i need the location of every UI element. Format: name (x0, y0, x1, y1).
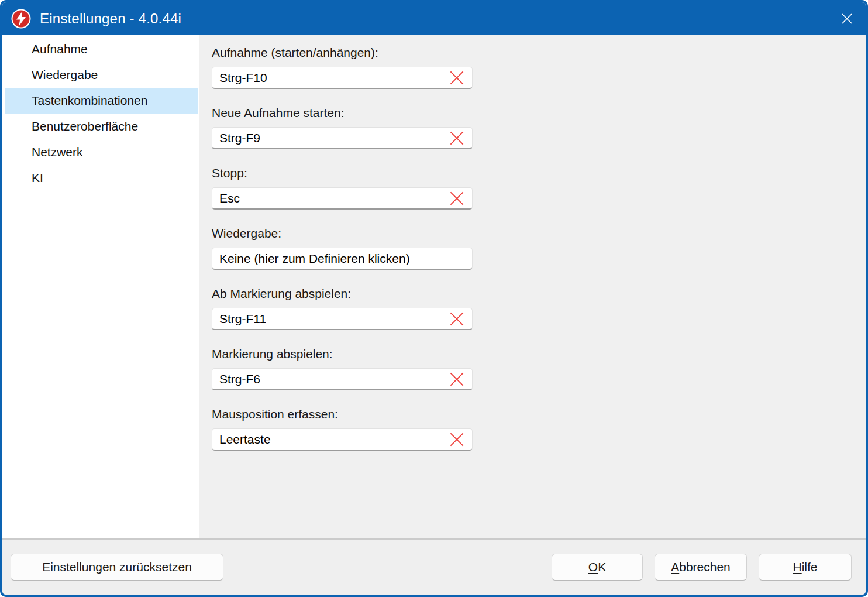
hotkey-field-capture-mouse-position[interactable]: Leertaste (212, 428, 473, 451)
hotkey-value: Strg-F10 (219, 71, 446, 85)
field-group-play-marker: Markierung abspielen: Strg-F6 (212, 347, 866, 390)
hotkey-value: Strg-F9 (219, 131, 446, 145)
titlebar: Einstellungen - 4.0.44i (2, 2, 866, 35)
field-group-playback: Wiedergabe: Keine (hier zum Definieren k… (212, 227, 866, 270)
field-label: Neue Aufnahme starten: (212, 106, 866, 120)
app-lightning-icon (11, 8, 32, 29)
sidebar-item-tastenkombinationen[interactable]: Tastenkombinationen (5, 88, 198, 114)
hotkey-value: Strg-F6 (219, 372, 446, 386)
field-group-play-from-marker: Ab Markierung abspielen: Strg-F11 (212, 287, 866, 330)
close-icon (840, 12, 854, 26)
field-group-capture-mouse-position: Mausposition erfassen: Leertaste (212, 407, 866, 451)
sidebar-item-aufnahme[interactable]: Aufnahme (5, 36, 198, 62)
cancel-button[interactable]: Abbrechen (655, 554, 747, 581)
clear-x-icon (448, 129, 466, 147)
clear-x-icon (448, 370, 466, 388)
hotkey-value: Strg-F11 (219, 312, 446, 326)
hotkey-field-record-start-append[interactable]: Strg-F10 (212, 67, 473, 89)
field-label: Mausposition erfassen: (212, 407, 866, 421)
clear-hotkey-button[interactable] (446, 68, 467, 88)
hotkeys-panel: Aufnahme (starten/anhängen): Strg-F10 Ne… (199, 35, 866, 538)
sidebar-item-netzwerk[interactable]: Netzwerk (5, 139, 198, 165)
field-label: Markierung abspielen: (212, 347, 866, 361)
sidebar-item-ki[interactable]: KI (5, 165, 198, 191)
footer-right-buttons: OK Abbrechen Hilfe (552, 554, 852, 581)
dialog-body: Aufnahme Wiedergabe Tastenkombinationen … (2, 35, 866, 538)
hotkey-field-playback[interactable]: Keine (hier zum Definieren klicken) (212, 248, 473, 270)
help-button[interactable]: Hilfe (759, 554, 852, 581)
hotkey-field-new-record-start[interactable]: Strg-F9 (212, 127, 473, 149)
hotkey-field-play-marker[interactable]: Strg-F6 (212, 368, 473, 390)
window-title: Einstellungen - 4.0.44i (40, 11, 181, 27)
hotkey-value: Keine (hier zum Definieren klicken) (219, 252, 467, 266)
footer-bar: Einstellungen zurücksetzen OK Abbrechen … (2, 538, 866, 595)
clear-x-icon (448, 310, 466, 328)
field-label: Aufnahme (starten/anhängen): (212, 46, 866, 60)
clear-x-icon (448, 431, 466, 448)
clear-hotkey-button[interactable] (446, 309, 467, 329)
field-group-new-record-start: Neue Aufnahme starten: Strg-F9 (212, 106, 866, 149)
field-group-stop: Stopp: Esc (212, 166, 866, 210)
clear-x-icon (448, 69, 466, 87)
sidebar: Aufnahme Wiedergabe Tastenkombinationen … (2, 35, 199, 538)
clear-hotkey-button[interactable] (446, 128, 467, 148)
ok-button[interactable]: OK (552, 554, 643, 581)
close-button[interactable] (828, 2, 866, 35)
field-label: Wiedergabe: (212, 227, 866, 241)
field-group-record-start-append: Aufnahme (starten/anhängen): Strg-F10 (212, 46, 866, 89)
clear-hotkey-button[interactable] (446, 188, 467, 208)
sidebar-item-wiedergabe[interactable]: Wiedergabe (5, 62, 198, 88)
reset-settings-button[interactable]: Einstellungen zurücksetzen (11, 554, 223, 581)
sidebar-item-benutzeroberflaeche[interactable]: Benutzeroberfläche (5, 114, 198, 139)
field-label: Stopp: (212, 166, 866, 180)
field-label: Ab Markierung abspielen: (212, 287, 866, 301)
clear-hotkey-button[interactable] (446, 430, 467, 450)
hotkey-value: Esc (219, 191, 446, 205)
hotkey-field-stop[interactable]: Esc (212, 187, 473, 210)
clear-hotkey-button[interactable] (446, 369, 467, 389)
hotkey-field-play-from-marker[interactable]: Strg-F11 (212, 308, 473, 330)
settings-dialog: Einstellungen - 4.0.44i Aufnahme Wiederg… (0, 0, 868, 597)
clear-x-icon (448, 190, 466, 207)
hotkey-value: Leertaste (219, 433, 446, 447)
